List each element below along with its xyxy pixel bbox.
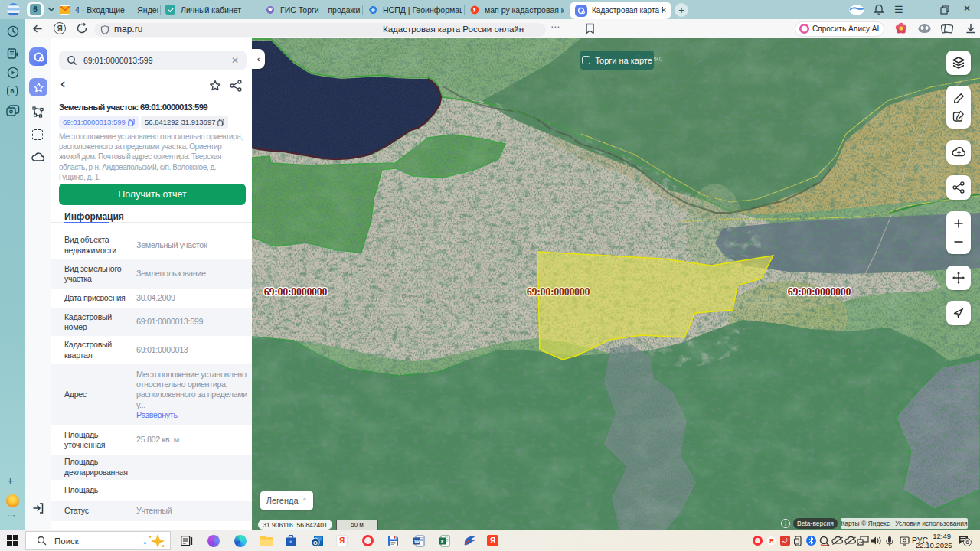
svg-text:69:00:0000000: 69:00:0000000	[788, 286, 851, 298]
svg-text:O: O	[313, 540, 318, 546]
svg-text:69:00:0000000: 69:00:0000000	[527, 286, 590, 298]
svg-text:W: W	[414, 537, 420, 544]
svg-text:X: X	[440, 537, 444, 544]
svg-text:69:00:0000000: 69:00:0000000	[264, 286, 328, 298]
svg-text:Яндекс: Яндекс	[401, 292, 425, 300]
